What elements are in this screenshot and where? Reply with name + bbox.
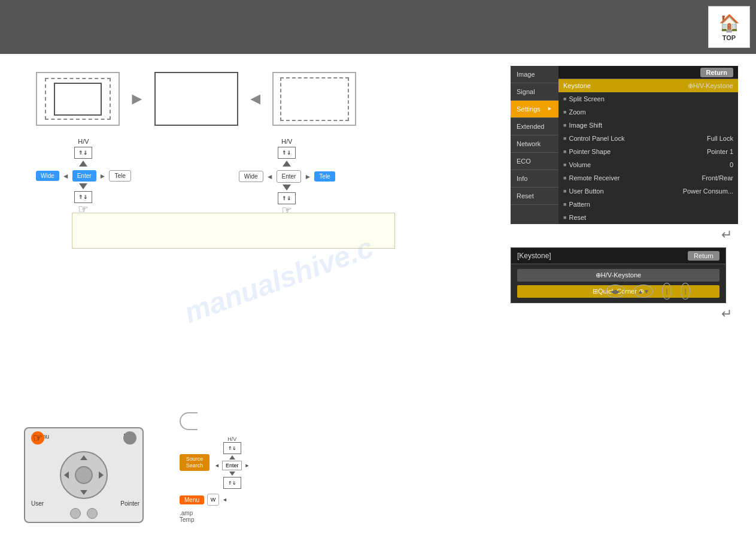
arrow-down-2[interactable]: [229, 471, 235, 476]
small-btn-2[interactable]: [87, 508, 98, 519]
hv-label-right: H/V: [281, 138, 292, 145]
menu-sidebar: Image Signal Settings ► Extended Network…: [511, 66, 558, 224]
wide-tele-left: Wide ◄ Enter ► Tele: [36, 170, 131, 182]
user-label: User: [31, 500, 44, 507]
controls-row: H/V ⇑⇓ Wide ◄ Enter ► Tele ⇑⇓ ☞ H/V ⇑⇓: [36, 138, 407, 217]
top-logo[interactable]: 🏠 TOP: [708, 6, 750, 48]
enter-button-left[interactable]: Enter: [72, 170, 96, 182]
screen-left-dashed: [45, 78, 111, 120]
menu-content: Return Keystone ⊕H/V-Keystone ■ Split Sc…: [558, 66, 738, 224]
volume-label: Volume: [569, 161, 729, 168]
menu-circle-button[interactable]: ☞: [31, 431, 44, 445]
screen-right: [272, 72, 356, 126]
control-group-right: H/V ⇑⇓ Wide ◄ Enter ► Tele ⇑⇓ ☞: [239, 138, 335, 217]
nav-up-btn[interactable]: [80, 455, 87, 460]
remote-receiver-label: Remote Receiver: [569, 174, 702, 182]
sidebar-item-info[interactable]: Info: [511, 170, 558, 188]
source-search-button[interactable]: Source Search: [180, 454, 210, 471]
back-button[interactable]: [180, 412, 198, 430]
enter-button-right[interactable]: Enter: [277, 170, 302, 183]
remote-receiver-value: Front/Rear: [702, 174, 733, 182]
arrow-down-right[interactable]: [283, 185, 291, 191]
menu-row-zoom[interactable]: ■ Zoom: [558, 105, 738, 119]
arrow-left-3: ◄: [222, 497, 227, 503]
sidebar-item-settings[interactable]: Settings ►: [511, 101, 558, 118]
menu-row-pattern[interactable]: ■ Pattern: [558, 198, 738, 211]
arrow-right-sym-left: ►: [99, 172, 107, 180]
menu-return-row[interactable]: Return: [558, 66, 738, 79]
settings-arrow: ►: [547, 105, 552, 111]
arrow-left-diagram: ◄: [247, 89, 264, 108]
screen-middle: [154, 72, 238, 126]
pattern-label: Pattern: [569, 201, 733, 208]
enter-arrow-1: ↵: [511, 227, 732, 243]
cplock-label: Control Panel Lock: [569, 135, 707, 142]
split-screen-label: Split Screen: [569, 95, 733, 102]
sidebar-item-extended[interactable]: Extended: [511, 118, 558, 135]
left-diagrams: ► ◄ H/V ⇑⇓ Wide ◄ Enter ►: [36, 66, 407, 217]
menu-row-pointer[interactable]: ■ Pointer Shape Pointer 1: [558, 145, 738, 158]
menu-row-cplock[interactable]: ■ Control Panel Lock Full Lock: [558, 132, 738, 145]
zoom-label: Zoom: [569, 108, 733, 116]
menu-row-split[interactable]: ■ Split Screen: [558, 92, 738, 105]
sidebar-item-eco[interactable]: ECO: [511, 153, 558, 170]
hv-icon-right: ⇑⇓: [278, 147, 296, 159]
right-section: Image Signal Settings ► Extended Network…: [511, 66, 738, 347]
arrow-right-diagram: ►: [129, 89, 145, 108]
sidebar-item-image[interactable]: Image: [511, 66, 558, 83]
control-group-left: H/V ⇑⇓ Wide ◄ Enter ► Tele ⇑⇓ ☞: [36, 138, 131, 217]
menu-row-volume[interactable]: ■ Volume 0: [558, 158, 738, 171]
arrow-down-left[interactable]: [79, 183, 87, 189]
nav-right-btn[interactable]: [99, 471, 104, 479]
wide-button-right[interactable]: Wide: [239, 171, 263, 182]
nav-icon-tall-left: |: [662, 283, 672, 300]
menu-row-remote[interactable]: ■ Remote Receiver Front/Rear: [558, 171, 738, 185]
return-button[interactable]: Return: [700, 68, 733, 77]
arrow-up-right[interactable]: [283, 161, 291, 167]
nav-icons-row: ◀▶ ▲▼ | |: [463, 283, 690, 300]
tele-button-right[interactable]: Tele: [314, 171, 335, 182]
control-pad-device: Menu Esc ☞ User Pointer: [24, 427, 144, 523]
keystone-label: Keystone: [563, 82, 688, 89]
tele-button-left[interactable]: Tele: [109, 170, 130, 182]
hv-label-left: H/V: [78, 138, 89, 145]
hv-keystone-option[interactable]: ⊕H/V-Keystone: [517, 269, 719, 282]
hv-box2: ⇑⇓: [223, 442, 241, 454]
control-pad-second: Source Search H/V ⇑⇓ ◄ Enter ► ⇑⇓ Menu W: [180, 412, 250, 523]
nav-left-btn[interactable]: [64, 471, 69, 479]
arrow-left-sym-right: ◄: [266, 173, 274, 181]
wide-indicator: W: [207, 494, 219, 506]
nav-down-btn[interactable]: [80, 490, 87, 495]
nav-circle: [60, 451, 108, 499]
screen-right-dashed: [280, 77, 349, 121]
enter-btn-2[interactable]: Enter: [222, 461, 242, 470]
menu-tag[interactable]: Menu: [180, 495, 204, 504]
arrow-left-sym: ◄: [62, 172, 69, 180]
user-button-label: User Button: [569, 188, 682, 195]
volume-value: 0: [730, 161, 733, 168]
sidebar-item-signal[interactable]: Signal: [511, 83, 558, 101]
small-btn-1[interactable]: [70, 508, 81, 519]
arrow-up-2[interactable]: [229, 455, 235, 460]
menu-row-userbutton[interactable]: ■ User Button Power Consum...: [558, 185, 738, 198]
menu-row-imageshift[interactable]: ■ Image Shift: [558, 119, 738, 132]
header: 🏠 TOP: [0, 0, 756, 54]
menu-row-reset[interactable]: ■ Reset: [558, 211, 738, 224]
keystone-return-btn[interactable]: Return: [688, 251, 719, 261]
hv-label-2: H/V: [227, 436, 236, 442]
pointer-shape-value: Pointer 1: [707, 148, 733, 155]
sidebar-item-reset[interactable]: Reset: [511, 188, 558, 205]
nav-center-btn[interactable]: [75, 466, 93, 484]
arrow-up-left[interactable]: [79, 161, 87, 167]
menu-row-keystone[interactable]: Keystone ⊕H/V-Keystone: [558, 79, 738, 92]
sidebar-item-network[interactable]: Network: [511, 135, 558, 153]
cplock-value: Full Lock: [707, 135, 733, 142]
enter-arrow-symbol-1: ↵: [721, 227, 732, 242]
esc-circle-button[interactable]: [123, 431, 136, 445]
hv-box2-bottom: ⇑⇓: [223, 477, 241, 489]
wide-button-left[interactable]: Wide: [36, 171, 59, 181]
user-button-value: Power Consum...: [683, 188, 733, 195]
pointer-label: Pointer: [120, 500, 139, 507]
settings-menu: Image Signal Settings ► Extended Network…: [511, 66, 738, 224]
temp-label: Temp: [180, 516, 194, 523]
